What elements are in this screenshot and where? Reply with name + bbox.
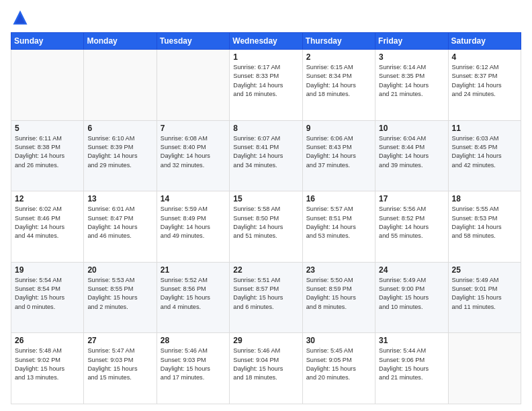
calendar-cell xyxy=(448,333,521,404)
day-info: Sunrise: 5:45 AMSunset: 9:05 PMDaylight:… xyxy=(306,347,371,382)
calendar-cell: 7Sunrise: 6:08 AMSunset: 8:40 PMDaylight… xyxy=(157,120,229,191)
calendar-cell xyxy=(84,50,157,121)
day-number: 3 xyxy=(379,52,444,62)
calendar-cell: 13Sunrise: 6:01 AMSunset: 8:47 PMDayligh… xyxy=(84,191,157,263)
day-info: Sunrise: 6:03 AMSunset: 8:45 PMDaylight:… xyxy=(452,134,517,170)
calendar-cell: 19Sunrise: 5:54 AMSunset: 8:54 PMDayligh… xyxy=(11,262,84,333)
calendar-cell: 17Sunrise: 5:56 AMSunset: 8:52 PMDayligh… xyxy=(375,191,448,263)
day-info: Sunrise: 5:47 AMSunset: 9:03 PMDaylight:… xyxy=(87,347,152,382)
calendar-cell: 6Sunrise: 6:10 AMSunset: 8:39 PMDaylight… xyxy=(84,120,157,191)
day-number: 2 xyxy=(306,52,371,62)
generalblue-logo-icon xyxy=(11,8,30,27)
weekday-header-row: SundayMondayTuesdayWednesdayThursdayFrid… xyxy=(11,33,521,50)
day-number: 31 xyxy=(379,336,444,345)
weekday-header-thursday: Thursday xyxy=(302,33,375,50)
day-info: Sunrise: 5:51 AMSunset: 8:57 PMDaylight:… xyxy=(233,276,298,312)
day-number: 9 xyxy=(306,124,371,133)
day-info: Sunrise: 6:08 AMSunset: 8:40 PMDaylight:… xyxy=(161,134,226,170)
calendar-cell xyxy=(11,50,84,121)
day-number: 1 xyxy=(233,52,298,62)
calendar-cell: 20Sunrise: 5:53 AMSunset: 8:55 PMDayligh… xyxy=(84,262,157,333)
calendar-table: SundayMondayTuesdayWednesdayThursdayFrid… xyxy=(11,32,521,404)
day-info: Sunrise: 6:10 AMSunset: 8:39 PMDaylight:… xyxy=(87,134,152,170)
calendar-cell: 22Sunrise: 5:51 AMSunset: 8:57 PMDayligh… xyxy=(230,262,302,333)
day-info: Sunrise: 6:06 AMSunset: 8:43 PMDaylight:… xyxy=(306,134,371,170)
day-number: 30 xyxy=(306,336,371,345)
day-number: 7 xyxy=(161,124,226,133)
day-info: Sunrise: 5:44 AMSunset: 9:06 PMDaylight:… xyxy=(379,347,444,382)
calendar-cell: 5Sunrise: 6:11 AMSunset: 8:38 PMDaylight… xyxy=(11,120,84,191)
calendar-cell: 18Sunrise: 5:55 AMSunset: 8:53 PMDayligh… xyxy=(448,191,521,263)
day-number: 10 xyxy=(379,124,444,133)
day-info: Sunrise: 5:54 AMSunset: 8:54 PMDaylight:… xyxy=(15,276,80,312)
day-info: Sunrise: 5:52 AMSunset: 8:56 PMDaylight:… xyxy=(161,276,226,312)
calendar-cell: 4Sunrise: 6:12 AMSunset: 8:37 PMDaylight… xyxy=(448,50,521,121)
day-number: 27 xyxy=(87,336,152,345)
calendar-cell: 3Sunrise: 6:14 AMSunset: 8:35 PMDaylight… xyxy=(375,50,448,121)
day-number: 4 xyxy=(452,52,517,62)
weekday-header-saturday: Saturday xyxy=(448,33,521,50)
calendar-cell: 9Sunrise: 6:06 AMSunset: 8:43 PMDaylight… xyxy=(302,120,375,191)
calendar-cell: 31Sunrise: 5:44 AMSunset: 9:06 PMDayligh… xyxy=(375,333,448,404)
calendar-cell: 29Sunrise: 5:46 AMSunset: 9:04 PMDayligh… xyxy=(230,333,302,404)
calendar-week-row-2: 5Sunrise: 6:11 AMSunset: 8:38 PMDaylight… xyxy=(11,120,521,191)
weekday-header-sunday: Sunday xyxy=(11,33,84,50)
day-info: Sunrise: 5:46 AMSunset: 9:03 PMDaylight:… xyxy=(161,347,226,382)
day-info: Sunrise: 6:14 AMSunset: 8:35 PMDaylight:… xyxy=(379,63,444,99)
day-number: 22 xyxy=(233,265,298,275)
day-info: Sunrise: 5:59 AMSunset: 8:49 PMDaylight:… xyxy=(161,205,226,240)
day-number: 17 xyxy=(379,194,444,203)
weekday-header-friday: Friday xyxy=(375,33,448,50)
day-info: Sunrise: 5:48 AMSunset: 9:02 PMDaylight:… xyxy=(15,347,80,382)
day-info: Sunrise: 6:11 AMSunset: 8:38 PMDaylight:… xyxy=(15,134,80,170)
weekday-header-monday: Monday xyxy=(84,33,157,50)
calendar-cell: 25Sunrise: 5:49 AMSunset: 9:01 PMDayligh… xyxy=(448,262,521,333)
calendar-cell: 1Sunrise: 6:17 AMSunset: 8:33 PMDaylight… xyxy=(230,50,302,121)
day-number: 14 xyxy=(161,194,226,203)
calendar-cell: 23Sunrise: 5:50 AMSunset: 8:59 PMDayligh… xyxy=(302,262,375,333)
day-number: 12 xyxy=(15,194,80,203)
calendar-week-row-1: 1Sunrise: 6:17 AMSunset: 8:33 PMDaylight… xyxy=(11,50,521,121)
day-number: 19 xyxy=(15,265,80,275)
calendar-cell: 11Sunrise: 6:03 AMSunset: 8:45 PMDayligh… xyxy=(448,120,521,191)
calendar-cell: 2Sunrise: 6:15 AMSunset: 8:34 PMDaylight… xyxy=(302,50,375,121)
day-info: Sunrise: 6:07 AMSunset: 8:41 PMDaylight:… xyxy=(233,134,298,170)
day-info: Sunrise: 5:50 AMSunset: 8:59 PMDaylight:… xyxy=(306,276,371,312)
calendar-cell: 26Sunrise: 5:48 AMSunset: 9:02 PMDayligh… xyxy=(11,333,84,404)
calendar-cell: 24Sunrise: 5:49 AMSunset: 9:00 PMDayligh… xyxy=(375,262,448,333)
day-info: Sunrise: 5:56 AMSunset: 8:52 PMDaylight:… xyxy=(379,205,444,240)
calendar-week-row-4: 19Sunrise: 5:54 AMSunset: 8:54 PMDayligh… xyxy=(11,262,521,333)
day-info: Sunrise: 6:04 AMSunset: 8:44 PMDaylight:… xyxy=(379,134,444,170)
calendar-cell: 12Sunrise: 6:02 AMSunset: 8:46 PMDayligh… xyxy=(11,191,84,263)
calendar-cell: 21Sunrise: 5:52 AMSunset: 8:56 PMDayligh… xyxy=(157,262,229,333)
calendar-cell: 14Sunrise: 5:59 AMSunset: 8:49 PMDayligh… xyxy=(157,191,229,263)
calendar-week-row-5: 26Sunrise: 5:48 AMSunset: 9:02 PMDayligh… xyxy=(11,333,521,404)
weekday-header-tuesday: Tuesday xyxy=(157,33,229,50)
day-number: 28 xyxy=(161,336,226,345)
weekday-header-wednesday: Wednesday xyxy=(230,33,302,50)
day-number: 8 xyxy=(233,124,298,133)
day-number: 11 xyxy=(452,124,517,133)
day-number: 21 xyxy=(161,265,226,275)
day-info: Sunrise: 5:49 AMSunset: 9:01 PMDaylight:… xyxy=(452,276,517,312)
page: SundayMondayTuesdayWednesdayThursdayFrid… xyxy=(0,0,532,411)
day-info: Sunrise: 6:15 AMSunset: 8:34 PMDaylight:… xyxy=(306,63,371,99)
day-number: 16 xyxy=(306,194,371,203)
day-info: Sunrise: 5:57 AMSunset: 8:51 PMDaylight:… xyxy=(306,205,371,240)
day-number: 18 xyxy=(452,194,517,203)
calendar-cell xyxy=(157,50,229,121)
day-info: Sunrise: 5:58 AMSunset: 8:50 PMDaylight:… xyxy=(233,205,298,240)
calendar-cell: 16Sunrise: 5:57 AMSunset: 8:51 PMDayligh… xyxy=(302,191,375,263)
day-info: Sunrise: 5:49 AMSunset: 9:00 PMDaylight:… xyxy=(379,276,444,312)
day-info: Sunrise: 5:55 AMSunset: 8:53 PMDaylight:… xyxy=(452,205,517,240)
day-info: Sunrise: 5:53 AMSunset: 8:55 PMDaylight:… xyxy=(87,276,152,312)
day-number: 26 xyxy=(15,336,80,345)
day-info: Sunrise: 6:17 AMSunset: 8:33 PMDaylight:… xyxy=(233,63,298,99)
day-number: 5 xyxy=(15,124,80,133)
calendar-week-row-3: 12Sunrise: 6:02 AMSunset: 8:46 PMDayligh… xyxy=(11,191,521,263)
day-number: 29 xyxy=(233,336,298,345)
calendar-cell: 30Sunrise: 5:45 AMSunset: 9:05 PMDayligh… xyxy=(302,333,375,404)
day-number: 24 xyxy=(379,265,444,275)
day-number: 25 xyxy=(452,265,517,275)
day-number: 23 xyxy=(306,265,371,275)
